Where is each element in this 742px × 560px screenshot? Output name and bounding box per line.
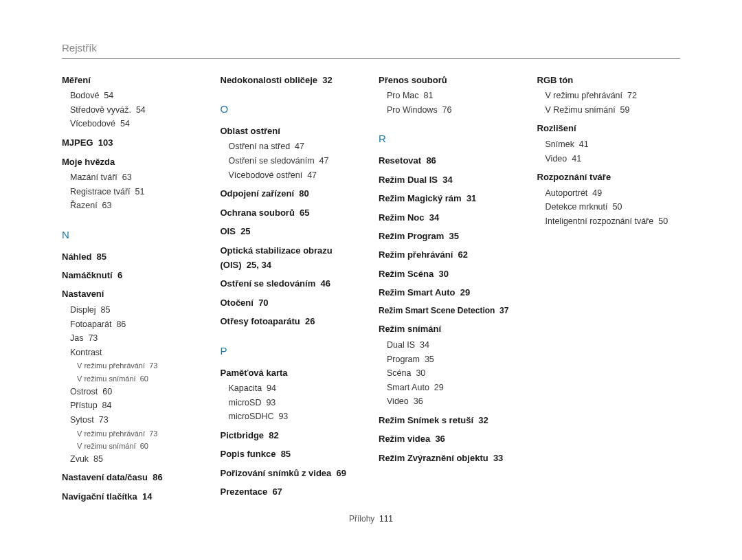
sub-page: 50 xyxy=(658,216,668,226)
sub-page: 63 xyxy=(122,172,132,182)
index-entry: Režim Program 35 xyxy=(379,229,522,243)
entry-label: Otočení 70 xyxy=(221,295,364,310)
entry-page: 62 xyxy=(458,249,468,260)
entry-label: Režim přehrávání 62 xyxy=(379,247,522,262)
index-entry: NastaveníDisplej 85Fotoaparát 86Jas 73Ko… xyxy=(62,287,205,466)
sub-list: Bodové 54Středově vyváž. 54Vícebodové 54 xyxy=(62,89,205,131)
sub-page: 47 xyxy=(295,142,304,151)
entry-page: 31 xyxy=(466,193,476,203)
sub-entry: V režimu přehrávání 72 xyxy=(546,89,681,103)
sub-list: Displej 85Fotoaparát 86Jas 73KontrastV r… xyxy=(62,303,205,467)
page-footer: Přílohy 111 xyxy=(62,513,680,526)
sub-entry: Sytost 73 xyxy=(70,413,205,427)
sub-page: 60 xyxy=(102,387,112,396)
sub-entry: Bodové 54 xyxy=(70,89,205,103)
sub-entry: Fotoaparát 86 xyxy=(70,317,205,332)
index-entry: Moje hvězdaMazání tváří 63Registrace tvá… xyxy=(62,155,205,213)
sub-page: 41 xyxy=(572,154,581,164)
entry-page: 70 xyxy=(258,298,268,308)
sub-list: Autoportrét 49Detekce mrknutí 50Intelige… xyxy=(537,186,681,229)
sub-entry: Zvuk 85 xyxy=(70,452,205,467)
sub-page: 47 xyxy=(307,170,317,180)
entry-label: Režim Dual IS 34 xyxy=(379,172,522,187)
sub-entry: Vícebodové 54 xyxy=(70,117,205,131)
entry-label: Ostření se sledováním 46 xyxy=(221,276,364,291)
entry-label: Režim Magický rám 31 xyxy=(379,191,522,205)
sub-page: 35 xyxy=(425,355,434,364)
sub-page: 76 xyxy=(442,105,452,115)
entry-label: Otřesy fotoaparátu 26 xyxy=(221,314,364,328)
index-entry: Režim Smart Auto 29 xyxy=(379,285,522,300)
subsub-entry: V režimu přehrávání 73 xyxy=(70,427,205,440)
index-entry: Otočení 70 xyxy=(221,295,364,310)
entry-label: Ochrana souborů 65 xyxy=(221,205,364,220)
sub-entry: Mazání tváří 63 xyxy=(70,170,205,185)
entry-page: 32 xyxy=(322,75,332,85)
sub-page: 72 xyxy=(627,91,637,100)
sub-page: 63 xyxy=(102,201,112,210)
sub-list: Mazání tváří 63Registrace tváří 51Řazení… xyxy=(62,170,205,213)
sub-entry: Kontrast xyxy=(70,346,205,360)
sub-entry: Vícebodové ostření 47 xyxy=(229,168,364,183)
sub-entry: Scéna 30 xyxy=(387,366,522,381)
entry-label: Moje hvězda xyxy=(62,155,205,169)
subsub-entry: V režimu snímání 60 xyxy=(70,440,205,452)
entry-label: Měření xyxy=(62,73,205,87)
index-entry: Prezentace 67 xyxy=(221,484,364,499)
index-entry: Režim Noc 34 xyxy=(379,210,522,225)
sub-entry: Ostření na střed 47 xyxy=(229,139,364,154)
sub-entry: Inteligentní rozpoznání tváře 50 xyxy=(546,214,681,229)
entry-label: Navigační tlačítka 14 xyxy=(62,489,205,504)
entry-page: 34 xyxy=(442,175,452,185)
entry-page: 80 xyxy=(299,188,308,199)
index-page: Rejstřík MěřeníBodové 54Středově vyváž. … xyxy=(0,0,742,554)
entry-label: Režim Zvýraznění objektu 33 xyxy=(379,451,522,465)
sub-list: Pro Mac 81Pro Windows 76 xyxy=(379,89,522,117)
index-entry: Pictbridge 82 xyxy=(221,428,364,443)
index-entry: Ostření se sledováním 46 xyxy=(221,276,364,291)
entry-label: Popis funkce 85 xyxy=(221,447,364,461)
footer-page: 111 xyxy=(379,514,393,524)
entry-page: 6 xyxy=(117,270,122,280)
entry-label: Nastavení xyxy=(62,287,205,301)
index-entry: Režim Snímek s retuší 32 xyxy=(379,413,522,427)
index-entry: Oblast ostřeníOstření na střed 47Ostření… xyxy=(221,124,364,182)
section-letter: O xyxy=(221,101,364,118)
entry-page: 85 xyxy=(97,251,106,262)
entry-page: 67 xyxy=(272,486,282,497)
sub-entry: Pro Mac 81 xyxy=(387,89,522,103)
entry-label: Prezentace 67 xyxy=(221,484,364,499)
entry-label: OIS 25 xyxy=(221,224,364,238)
sub-page: 85 xyxy=(100,305,110,315)
entry-page: 25 xyxy=(240,226,250,236)
sub-page: 59 xyxy=(620,105,630,115)
entry-label: Nedokonalosti obličeje 32 xyxy=(221,73,364,87)
sub-page: 85 xyxy=(93,454,103,464)
sub-page: 54 xyxy=(136,105,146,115)
entry-page: 69 xyxy=(337,468,346,478)
entry-page: 32 xyxy=(478,415,488,425)
index-entry: Pořizování snímků z videa 69 xyxy=(221,466,364,480)
sub-entry: Pro Windows 76 xyxy=(387,103,522,117)
sub-page: 47 xyxy=(319,156,329,166)
index-columns: MěřeníBodové 54Středově vyváž. 54Vícebod… xyxy=(62,73,680,506)
sub-page: 54 xyxy=(120,119,130,128)
entry-page: 14 xyxy=(142,491,152,502)
entry-label: Pictbridge 82 xyxy=(221,428,364,443)
index-entry: Režim přehrávání 62 xyxy=(379,247,522,262)
entry-label: Resetovat 86 xyxy=(379,153,522,168)
sub-page: 81 xyxy=(424,91,434,100)
section-letter: N xyxy=(62,227,205,244)
entry-label: Optická stabilizace obrazu (OIS) 25, 34 xyxy=(221,243,364,273)
sub-page: 51 xyxy=(135,187,144,197)
index-entry: Nedokonalosti obličeje 32 xyxy=(221,73,364,87)
sub-entry: Video 36 xyxy=(387,394,522,409)
subsub-entry: V režimu přehrávání 73 xyxy=(70,359,205,372)
index-entry: Popis funkce 85 xyxy=(221,447,364,461)
entry-page: 36 xyxy=(435,434,445,444)
sub-entry: microSD 93 xyxy=(229,396,364,410)
entry-label: Režim Smart Auto 29 xyxy=(379,285,522,300)
entry-page: 82 xyxy=(269,430,278,440)
entry-page: 30 xyxy=(438,269,448,279)
sub-page: 54 xyxy=(104,91,113,100)
